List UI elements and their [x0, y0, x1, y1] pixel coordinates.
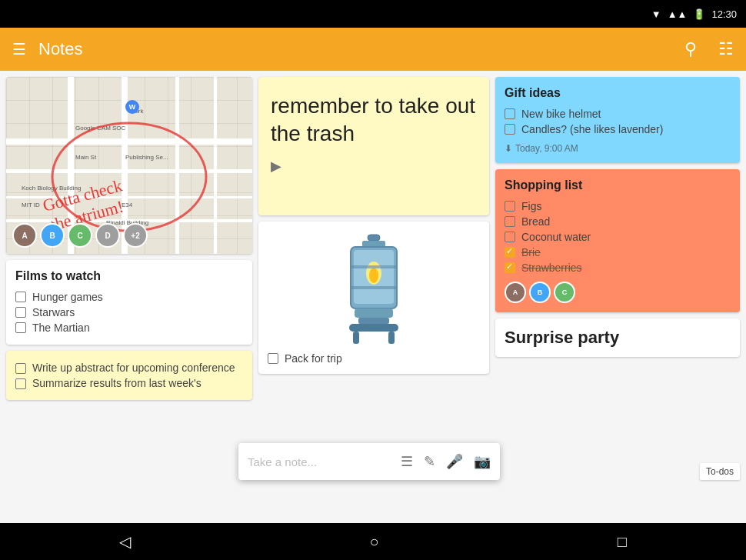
app-bar: ☰ Notes ⚲ ☷ — [0, 28, 746, 71]
play-button[interactable]: ▶ — [271, 158, 477, 175]
gift-checkbox-2[interactable] — [505, 124, 515, 135]
svg-rect-11 — [355, 308, 393, 318]
shopping-title: Shopping list — [505, 178, 731, 192]
recents-button[interactable]: □ — [618, 533, 627, 551]
right-column: Gift ideas New bike helmet Candles? (she… — [495, 77, 740, 517]
todo-checkbox-2[interactable] — [15, 378, 26, 389]
shop-avatar-3: C — [554, 282, 575, 303]
svg-rect-4 — [362, 241, 385, 247]
svg-rect-9 — [351, 265, 397, 268]
shop-checkbox-5[interactable] — [505, 262, 515, 273]
film-checkbox-3[interactable] — [15, 322, 26, 333]
pack-item: Pack for trip — [268, 352, 480, 365]
take-note-placeholder[interactable]: Take a note... — [248, 455, 390, 468]
big-note-text: remember to take out the trash — [271, 92, 477, 148]
signal-icon: ▲▲ — [668, 8, 688, 20]
shopping-item-2: Bread — [505, 214, 731, 229]
shop-checkbox-3[interactable] — [505, 232, 515, 242]
todo-card[interactable]: Write up abstract for upcoming conferenc… — [6, 351, 252, 400]
status-bar: ▼ ▲▲ 🔋 12:30 — [0, 0, 746, 28]
surprise-card[interactable]: Surprise party — [495, 318, 740, 357]
shop-checkbox-4[interactable] — [505, 247, 515, 258]
pack-checkbox[interactable] — [268, 353, 278, 364]
gift-checkbox-1[interactable] — [505, 108, 515, 119]
todo-item-2: Summarize results from last week's — [15, 375, 243, 391]
films-title: Films to watch — [15, 269, 243, 283]
map-label: Google CAM SOC — [75, 125, 125, 132]
todos-label: To-dos — [700, 463, 740, 480]
avatar-2: B — [40, 223, 65, 248]
films-card[interactable]: Films to watch Hunger games Starwars The… — [6, 260, 252, 345]
map-label-koch: Koch Biology Building — [22, 185, 81, 192]
film-item-1: Hunger games — [15, 289, 243, 305]
download-icon: ⬇ — [505, 143, 512, 154]
shopping-card[interactable]: Shopping list Figs Bread Coconut water B… — [495, 169, 740, 312]
svg-rect-12 — [358, 318, 389, 324]
svg-rect-3 — [368, 235, 380, 241]
take-note-bar[interactable]: Take a note... ☰ ✎ 🎤 📷 — [238, 443, 500, 480]
gift-card[interactable]: Gift ideas New bike helmet Candles? (she… — [495, 77, 740, 163]
map-label-e34: E34 — [122, 202, 132, 208]
lantern-card[interactable]: Pack for trip — [258, 222, 489, 374]
map-label-main: Main St — [75, 154, 96, 161]
status-time: 12:30 — [711, 8, 737, 20]
bottom-nav: ◁ ○ □ — [0, 523, 746, 560]
app-title: Notes — [38, 39, 663, 59]
gift-title: Gift ideas — [505, 86, 731, 100]
home-button[interactable]: ○ — [369, 533, 378, 551]
avatar-3: C — [68, 223, 92, 248]
todo-item-1: Write up abstract for upcoming conferenc… — [15, 360, 243, 375]
shopping-item-1: Figs — [505, 198, 731, 214]
left-column: Google CAM SOC Work Main St Publishing S… — [6, 77, 252, 517]
film-checkbox-2[interactable] — [15, 307, 26, 318]
mic-icon[interactable]: 🎤 — [446, 453, 463, 470]
map-label-mit: MIT ID — [22, 202, 40, 208]
avatar-1: A — [12, 223, 37, 248]
todo-checkbox-1[interactable] — [15, 363, 26, 374]
gift-timestamp: ⬇ Today, 9:00 AM — [505, 143, 731, 154]
shopping-item-3: Coconut water — [505, 229, 731, 245]
menu-icon[interactable]: ☰ — [12, 40, 26, 58]
surprise-title: Surprise party — [505, 328, 731, 348]
wifi-icon: ▼ — [651, 8, 661, 20]
list-icon[interactable]: ☰ — [401, 453, 413, 470]
shop-avatar-2: B — [529, 282, 551, 303]
avatar-4: D — [95, 223, 120, 248]
main-content: Google CAM SOC Work Main St Publishing S… — [0, 71, 746, 523]
search-icon[interactable]: ⚲ — [684, 39, 697, 59]
shopping-item-5: Strawberries — [505, 260, 731, 275]
film-item-3: The Martian — [15, 320, 243, 335]
svg-rect-15 — [388, 332, 395, 344]
film-checkbox-1[interactable] — [15, 292, 26, 302]
avatar-more: +2 — [123, 223, 148, 248]
film-item-2: Starwars — [15, 305, 243, 320]
view-toggle-icon[interactable]: ☷ — [718, 39, 734, 59]
shopping-avatars: A B C — [505, 282, 731, 303]
big-note-card[interactable]: remember to take out the trash ▶ — [258, 77, 489, 215]
svg-rect-13 — [349, 324, 398, 332]
svg-rect-14 — [353, 332, 359, 344]
avatars-row: A B C D +2 — [12, 223, 148, 248]
back-button[interactable]: ◁ — [119, 532, 131, 551]
svg-rect-10 — [351, 286, 397, 289]
map-label-pub: Publishing Se... — [125, 154, 168, 161]
shop-checkbox-1[interactable] — [505, 201, 515, 212]
shop-avatar-1: A — [505, 282, 526, 303]
map-card[interactable]: Google CAM SOC Work Main St Publishing S… — [6, 77, 252, 254]
shop-checkbox-2[interactable] — [505, 216, 515, 227]
gift-item-2: Candles? (she likes lavender) — [505, 122, 731, 137]
svg-point-8 — [369, 268, 378, 283]
brush-icon[interactable]: ✎ — [424, 453, 435, 470]
lantern-image — [328, 231, 420, 346]
battery-icon: 🔋 — [693, 8, 705, 20]
camera-icon[interactable]: 📷 — [474, 453, 491, 470]
map-pin: W — [125, 100, 139, 114]
shopping-item-4: Brie — [505, 245, 731, 260]
gift-item-1: New bike helmet — [505, 106, 731, 122]
